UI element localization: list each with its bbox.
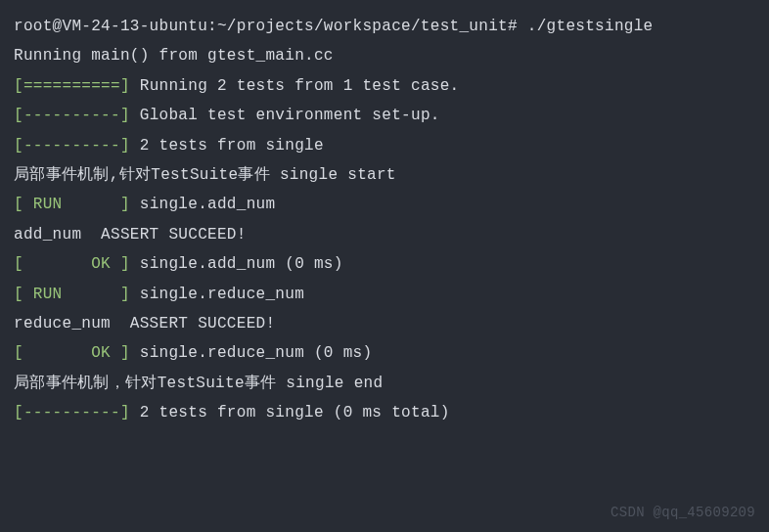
terminal-segment: single.add_num (0 ms) <box>140 255 343 273</box>
terminal-segment: single.reduce_num <box>140 286 304 303</box>
terminal-segment: root@VM-24-13-ubuntu:~/projects/workspac… <box>14 18 654 35</box>
terminal-line: [ OK ] single.reduce_num (0 ms) <box>14 338 755 368</box>
terminal-line: Running main() from gtest_main.cc <box>14 41 755 70</box>
terminal-line: [----------] 2 tests from single (0 ms t… <box>14 398 755 427</box>
terminal-segment: Running 2 tests from 1 test case. <box>140 77 460 95</box>
terminal-line: add_num ASSERT SUCCEED! <box>14 220 755 249</box>
terminal-segment: [ OK ] <box>14 255 140 273</box>
terminal-line: 局部事件机制,针对TestSuite事件 single start <box>14 160 755 190</box>
terminal-line: 局部事件机制，针对TestSuite事件 single end <box>14 369 755 398</box>
terminal-segment: [----------] <box>14 107 140 124</box>
terminal-line: [----------] Global test environment set… <box>14 101 755 130</box>
terminal-segment: [----------] <box>14 137 140 155</box>
terminal-segment: [ RUN ] <box>14 196 140 213</box>
terminal-segment: Global test environment set-up. <box>140 107 440 124</box>
terminal-line: [ RUN ] single.add_num <box>14 190 755 219</box>
watermark-text: CSDN @qq_45609209 <box>611 500 755 526</box>
terminal-line: [==========] Running 2 tests from 1 test… <box>14 71 755 101</box>
terminal-segment: [ OK ] <box>14 344 140 362</box>
terminal-line: [ OK ] single.add_num (0 ms) <box>14 249 755 279</box>
terminal-segment: 局部事件机制,针对TestSuite事件 single start <box>14 166 396 184</box>
terminal-output: root@VM-24-13-ubuntu:~/projects/workspac… <box>14 12 755 427</box>
terminal-segment: single.add_num <box>140 196 276 213</box>
terminal-segment: [ RUN ] <box>14 286 140 303</box>
terminal-segment: 局部事件机制，针对TestSuite事件 single end <box>14 375 383 392</box>
terminal-segment: single.reduce_num (0 ms) <box>140 344 373 362</box>
terminal-segment: add_num ASSERT SUCCEED! <box>14 226 247 244</box>
terminal-segment: 2 tests from single (0 ms total) <box>140 404 450 421</box>
terminal-line: [----------] 2 tests from single <box>14 131 755 160</box>
terminal-line: reduce_num ASSERT SUCCEED! <box>14 309 755 338</box>
terminal-segment: [==========] <box>14 77 140 95</box>
terminal-segment: 2 tests from single <box>140 137 324 155</box>
terminal-segment: [----------] <box>14 404 140 421</box>
terminal-segment: reduce_num ASSERT SUCCEED! <box>14 315 275 332</box>
terminal-line: [ RUN ] single.reduce_num <box>14 280 755 309</box>
terminal-line: root@VM-24-13-ubuntu:~/projects/workspac… <box>14 12 755 41</box>
terminal-segment: Running main() from gtest_main.cc <box>14 47 334 65</box>
